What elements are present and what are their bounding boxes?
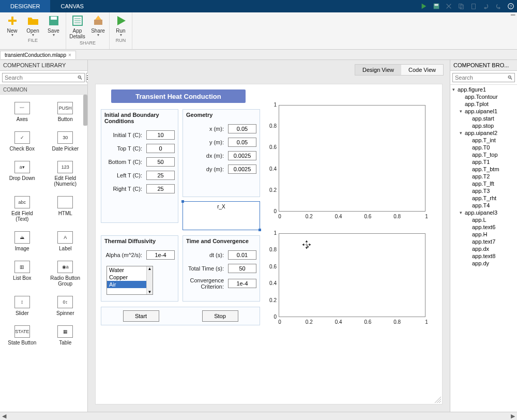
total-time-field[interactable] [228,264,256,273]
caret-icon[interactable]: ▾ [460,109,465,114]
panel-buttons[interactable]: Start Stop [101,307,260,325]
tree-node[interactable]: app.T2 [450,173,517,180]
dx-field[interactable] [228,151,256,160]
tree-node[interactable]: app.T3 [450,187,517,194]
tree-node[interactable]: app.dx [450,245,517,252]
help-icon[interactable]: ? [506,2,515,11]
save-button[interactable]: Save▾ [43,12,64,37]
designer-tab[interactable]: DESIGNER [0,0,50,12]
scrollbar-thumb[interactable] [83,95,87,126]
search-icon[interactable]: 🔍︎ [77,74,83,81]
selected-component[interactable]: r_X [183,201,260,230]
dy-field[interactable] [228,164,256,174]
component-item[interactable]: ⛰Image [2,228,42,254]
component-search-input[interactable] [2,73,85,82]
search-icon[interactable]: 🔍︎ [507,74,513,81]
alpha-field[interactable] [146,250,175,260]
run-icon[interactable] [419,2,429,11]
component-item[interactable]: 0↕Spinner [45,293,86,319]
tree-node[interactable]: ▾app.uipanel1 [450,108,517,115]
resize-grip-icon[interactable] [435,397,441,403]
dt-field[interactable] [228,250,256,260]
close-icon[interactable]: × [68,52,71,58]
scroll-right-icon[interactable]: ▶ [511,413,515,419]
tree-node[interactable]: app.Tcontour [450,93,517,100]
axes-tcontour[interactable]: 00.20.40.60.8100.20.40.60.81 [266,105,430,221]
undo-icon[interactable] [481,2,491,11]
material-listbox[interactable]: WaterCopperAir ▲▼ [107,266,153,295]
component-item[interactable]: HTML [45,193,86,225]
panel-time[interactable]: Time and Convergence dt (s): Total Time … [183,235,260,302]
tree-node[interactable]: app.text7 [450,238,517,245]
component-item[interactable]: ▥List Box [2,258,42,290]
design-view-button[interactable]: Design View [355,65,401,75]
open-button[interactable]: Open▾ [23,12,43,37]
tree-node[interactable]: app.text6 [450,223,517,231]
panel-diffusivity[interactable]: Thermal Diffusivity Alpha (m^2/s): Water… [101,235,178,302]
caret-icon[interactable]: ▾ [460,210,465,215]
redo-icon[interactable] [494,2,503,11]
component-item[interactable]: ◉aRadio Button Group [45,258,86,290]
tree-node[interactable]: app.T_rht [450,194,517,202]
component-item[interactable]: 123Edit Field (Numeric) [45,158,86,190]
initial-t-field[interactable] [146,130,175,140]
stop-button[interactable]: Stop [202,310,238,322]
scroll-up-icon[interactable]: ▲ [148,266,152,271]
tree-node[interactable]: app.T1 [450,158,517,166]
component-item[interactable]: ALabel [45,228,86,254]
start-button[interactable]: Start [123,310,159,322]
paste-icon[interactable] [469,2,478,11]
tree-node[interactable]: ▾app.uipanel2 [450,129,517,137]
tree-node[interactable]: app.H [450,231,517,238]
tree-node[interactable]: app.T_lft [450,180,517,187]
component-item[interactable]: ▦Table [45,322,86,349]
copy-icon[interactable] [457,2,466,11]
tree-node[interactable]: app.T4 [450,202,517,209]
tree-node[interactable]: app.T0 [450,144,517,151]
tree-node[interactable]: app.T_top [450,151,517,158]
panel-geometry[interactable]: Geometry x (m): y (m): dx (m): dy (m): [183,109,260,197]
axes-tplot[interactable]: 00.20.40.60.8100.20.40.60.81 [266,233,430,326]
scroll-down-icon[interactable]: ▼ [148,290,152,294]
file-tab[interactable]: transientConduction.mlapp × [0,51,76,59]
run-button[interactable]: Run▾ [111,12,131,37]
listbox-item[interactable]: Water [107,266,153,274]
left-t-field[interactable] [146,171,175,180]
component-item[interactable]: ⟟Slider [2,293,42,319]
criterion-field[interactable] [228,279,256,288]
component-item[interactable]: PUSHButton [45,99,86,125]
component-item[interactable]: 30Date Picker [45,128,86,155]
tree-node[interactable]: app.Tplot [450,100,517,108]
y-field[interactable] [228,138,256,147]
caret-icon[interactable]: ▾ [460,130,465,136]
code-view-button[interactable]: Code View [401,65,443,75]
listbox-item[interactable]: Air [107,281,153,288]
app-title-label[interactable]: Transient Heat Conduction [111,89,246,103]
tree-node[interactable]: ▾app.uipanel3 [450,209,517,216]
browser-search-input[interactable] [452,73,515,82]
tree-node[interactable]: app.text8 [450,252,517,260]
tree-node[interactable]: ▾app.figure1 [450,86,517,93]
component-item[interactable]: a▾Drop Down [2,158,42,190]
tree-node[interactable]: app.T_btm [450,166,517,173]
canvas-tab[interactable]: CANVAS [50,0,94,12]
component-item[interactable]: ✓Check Box [2,128,42,155]
save-icon[interactable] [432,2,441,11]
app-figure[interactable]: Transient Heat Conduction Initial and Bo… [95,84,443,404]
share-button[interactable]: Share▾ [88,12,109,39]
scroll-left-icon[interactable]: ◀ [2,413,6,419]
bottom-t-field[interactable] [146,157,175,167]
tree-node[interactable]: app.L [450,216,517,223]
tree-node[interactable]: app.dy [450,260,517,267]
app-details-button[interactable]: App Details [67,12,88,39]
new-button[interactable]: New▾ [2,12,23,37]
listbox-item[interactable]: Copper [107,274,153,281]
x-field[interactable] [228,124,256,133]
tree-node[interactable]: app.stop [450,122,517,129]
cut-icon[interactable] [444,2,453,11]
right-t-field[interactable] [146,184,175,193]
tree-node[interactable]: app.T_int [450,137,517,144]
tree-node[interactable]: app.start [450,115,517,122]
caret-icon[interactable]: ▾ [452,87,458,92]
panel-boundary-conditions[interactable]: Initial and Boundary Conditions Initial … [101,109,178,223]
